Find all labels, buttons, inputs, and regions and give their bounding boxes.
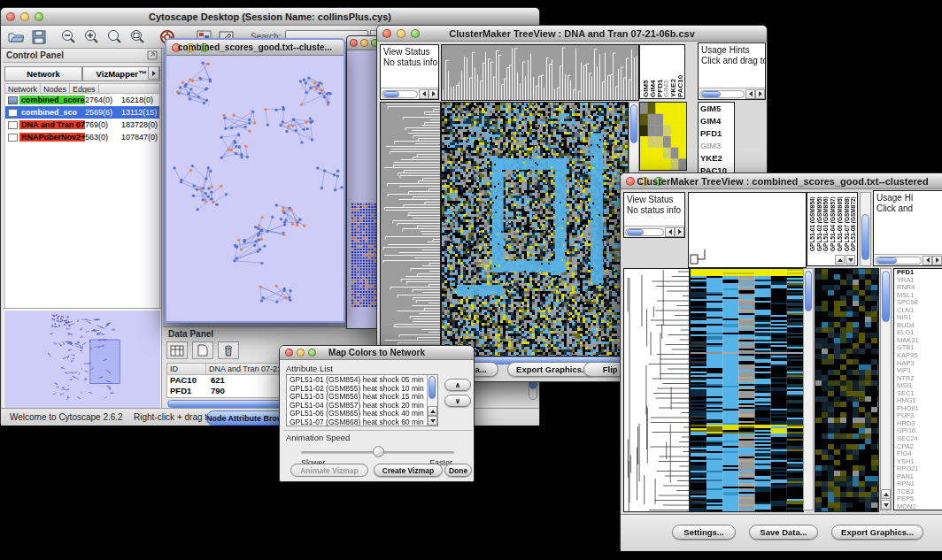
move-up-button[interactable]: ∧ (444, 379, 471, 391)
scroll-down-icon[interactable] (428, 416, 437, 426)
treeview2-genes-scrollbar[interactable] (880, 268, 892, 510)
close-icon[interactable] (350, 39, 358, 47)
usage-hints-scrollbar[interactable] (874, 254, 942, 265)
zoom-selected-icon[interactable] (129, 29, 145, 44)
control-panel-tab[interactable]: Network (4, 66, 82, 81)
attribute-item[interactable]: GPL51-07 (GSM868) heat shock 60 min (287, 418, 426, 427)
treeview1-column-dendrogram[interactable] (441, 44, 639, 101)
network-overview-panel[interactable] (4, 308, 161, 408)
gene-label[interactable]: GIM5 (699, 103, 734, 115)
zoom-out-icon[interactable] (60, 29, 76, 44)
scroll-left-icon[interactable] (923, 256, 932, 265)
minimize-icon[interactable] (360, 39, 368, 47)
open-session-icon[interactable] (8, 30, 25, 44)
done-button[interactable]: Done (444, 464, 472, 477)
scroll-up-icon[interactable] (428, 406, 437, 416)
gene-label[interactable]: GIM4 (699, 115, 734, 127)
scroll-down-icon[interactable] (845, 255, 855, 265)
scroll-left-icon[interactable] (745, 89, 755, 99)
usage-hints-title: Usage Hi (876, 193, 939, 203)
treeview2-column-dendrogram[interactable] (688, 192, 807, 268)
treeview1-heatmap[interactable] (441, 102, 629, 357)
network-row-icon (8, 134, 18, 142)
scroll-left-icon[interactable] (419, 89, 429, 99)
treeview1-submatrix[interactable] (639, 102, 687, 171)
gene-label[interactable]: PFD1 (699, 127, 734, 140)
new-attribute-icon[interactable] (192, 341, 213, 359)
treeview2-vscrollbar[interactable] (803, 268, 814, 510)
attribute-list-label: Attribute List (286, 364, 333, 373)
slider-thumb[interactable] (373, 446, 384, 457)
treeview2-row-dendrogram[interactable] (623, 268, 690, 512)
treeview2-column-labels: GPL51-01 (GSM854)GPL51-02 (GSM855)GPL51-… (807, 192, 858, 266)
network-table-column[interactable]: Nodes (41, 84, 70, 93)
network-table-column[interactable]: Network (5, 84, 41, 93)
scroll-up-icon[interactable] (835, 255, 845, 265)
column-label: GPL51-01 (GSM854) (809, 194, 815, 251)
treeview2-heatmap[interactable] (690, 268, 804, 512)
scroll-down-icon[interactable] (881, 500, 891, 510)
float-panel-icon[interactable] (147, 50, 158, 60)
network-row-icon (8, 96, 18, 104)
zoom-in-icon[interactable] (83, 29, 99, 44)
data-table-column[interactable]: ID (167, 364, 206, 374)
treeview1-usage-hints: Usage Hints Click and drag to (698, 42, 766, 100)
gene-label[interactable]: YKE2 (699, 152, 734, 165)
column-label: PFD1 (656, 46, 662, 97)
network-row[interactable]: combined_sco 2569(6) 13112(15) (5, 106, 159, 119)
treeview2-save-data-button[interactable]: Save Data... (749, 525, 818, 540)
usage-hints-scrollbar[interactable] (699, 88, 765, 99)
scroll-up-icon[interactable] (881, 489, 891, 499)
node-attribute-browser-button[interactable]: Node Attribute Brows (206, 410, 288, 426)
network-canvas[interactable] (166, 56, 344, 321)
treeview1-gene-list: GIM5GIM4PFD1GIM3YKE2PAC10 (698, 102, 735, 183)
move-down-button[interactable]: ∨ (444, 395, 471, 407)
treeview2-title: ClusterMaker TreeView : combined_scores_… (621, 176, 942, 187)
network-row[interactable]: RNAPuberNov2+ 563(0) 107847(0) (5, 131, 159, 143)
view-status-text: No status info (627, 205, 682, 216)
data-panel-title: Data Panel (168, 329, 213, 339)
animate-vizmap-button[interactable]: Animate Vizmap (290, 464, 368, 477)
control-panel: Control Panel Network VizMapper™ (3, 49, 162, 408)
column-label: YKE2 (669, 46, 676, 97)
treeview2-export-graphics-button[interactable]: Export Graphics... (831, 525, 923, 540)
main-window-title: Cytoscape Desktop (Session Name: collins… (1, 12, 539, 22)
treeview1-row-dendrogram[interactable] (380, 102, 441, 357)
treeview2-settings-button[interactable]: Settings... (672, 525, 736, 540)
view-status-scrollbar[interactable] (624, 226, 684, 237)
gene-label[interactable]: MON2 (894, 503, 942, 510)
treeview2-labels-scrollbar[interactable] (860, 192, 871, 266)
save-session-icon[interactable] (32, 30, 46, 44)
attribute-list-scrollbar[interactable] (427, 375, 437, 426)
treeview1-column-labels: GIM5GIM4PFD1GIM3YKE2PAC10 (639, 44, 685, 99)
scroll-left-icon[interactable] (665, 227, 675, 237)
gene-label[interactable]: GIM3 (699, 140, 734, 152)
delete-attribute-icon[interactable] (218, 341, 239, 359)
scroll-right-icon[interactable] (675, 227, 684, 237)
usage-hints-text: Click and (876, 203, 939, 214)
network-row-icon (8, 109, 18, 117)
view-status-title: View Status (383, 47, 436, 58)
network-window-title: combined_scores_good.txt--cluste... (166, 42, 344, 52)
create-vizmap-button[interactable]: Create Vizmap (374, 464, 443, 477)
control-panel-tabs: Network VizMapper™ (4, 65, 160, 82)
zoom-fit-icon[interactable] (106, 29, 122, 44)
animation-speed-slider[interactable] (301, 445, 454, 459)
network-row[interactable]: DNA and Tran 07 769(0) 183728(0) (5, 119, 159, 131)
scroll-right-icon[interactable] (755, 89, 765, 99)
view-status-scrollbar[interactable] (381, 88, 438, 99)
usage-hints-title: Usage Hints (701, 45, 762, 56)
network-row[interactable]: combined_scores 2764(0) 16218(0) (5, 94, 159, 106)
view-status-title: View Status (627, 195, 682, 205)
main-titlebar[interactable]: Cytoscape Desktop (Session Name: collins… (1, 8, 539, 26)
scroll-right-icon[interactable] (932, 256, 942, 265)
network-overview-canvas[interactable] (4, 311, 160, 408)
treeview2-usage-hints: Usage Hi Click and (873, 190, 942, 266)
tab-overflow-icon[interactable] (148, 66, 159, 80)
scroll-right-icon[interactable] (429, 89, 438, 99)
network-table-column[interactable]: Edges (70, 84, 99, 93)
column-label: GPL51-03 (GSM856) (822, 194, 829, 251)
treeview2-zoom-heatmap[interactable] (815, 268, 879, 512)
column-label: GPL51-07 (GSM868) (844, 194, 850, 251)
attribute-table-icon[interactable] (166, 341, 188, 359)
